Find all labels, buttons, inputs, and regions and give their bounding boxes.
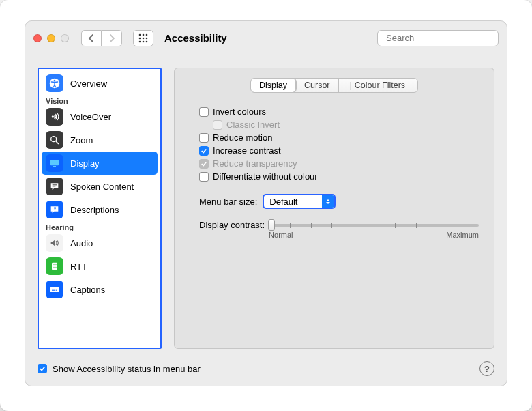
search-input[interactable] (385, 32, 502, 44)
sidebar-item-label: Overview (70, 79, 107, 89)
svg-point-26 (54, 266, 55, 266)
toolbar: Accessibility (25, 21, 507, 55)
captions-icon (46, 281, 63, 298)
svg-point-25 (53, 266, 53, 266)
svg-point-7 (143, 40, 145, 42)
content-panel: Display Cursor |Colour Filters Invert co… (174, 68, 494, 349)
svg-point-24 (55, 264, 56, 265)
sidebar-section-header: Hearing (42, 221, 158, 231)
invert-colours-row[interactable]: Invert colours (199, 105, 479, 118)
sidebar-item-voiceover[interactable]: VoiceOver (42, 105, 158, 128)
differentiate-row[interactable]: Differentiate without colour (199, 170, 479, 183)
svg-point-22 (53, 264, 53, 265)
svg-point-23 (54, 264, 55, 265)
chevron-updown-icon (322, 195, 334, 208)
svg-text:❞: ❞ (54, 207, 56, 211)
reduce-motion-row[interactable]: Reduce motion (199, 131, 479, 144)
svg-point-8 (146, 40, 148, 42)
sidebar-item-overview[interactable]: Overview (42, 72, 158, 95)
svg-point-12 (54, 80, 56, 82)
reduce-transparency-label: Reduce transparency (213, 158, 297, 169)
back-button[interactable] (81, 30, 102, 46)
forward-button[interactable] (102, 30, 122, 46)
window-controls (33, 34, 69, 42)
reduce-transparency-row: Reduce transparency (199, 157, 479, 170)
svg-point-27 (55, 266, 56, 266)
svg-point-13 (52, 115, 54, 117)
sidebar-item-label: VoiceOver (70, 112, 111, 122)
svg-point-4 (143, 37, 145, 39)
classic-invert-checkbox (213, 120, 222, 130)
show-all-button[interactable] (133, 30, 153, 46)
quote-bubble-icon: ❞ (46, 201, 63, 218)
rtt-icon (46, 257, 63, 275)
svg-point-0 (139, 33, 141, 36)
svg-point-1 (143, 33, 145, 36)
svg-rect-32 (52, 290, 55, 291)
speaker-icon (46, 234, 63, 252)
sidebar-section-header: Vision (42, 95, 158, 105)
svg-point-28 (53, 267, 53, 268)
zoom-icon (46, 131, 63, 149)
close-window-button[interactable] (33, 34, 42, 42)
sidebar-item-label: Captions (70, 285, 105, 295)
tab-cursor[interactable]: Cursor (296, 79, 339, 92)
footer: Show Accessibility status in menu bar ? (25, 354, 507, 386)
menu-bar-size-label: Menu bar size: (199, 197, 257, 207)
tab-colour-filters[interactable]: |Colour Filters (339, 79, 414, 92)
invert-colours-label: Invert colours (213, 107, 266, 117)
differentiate-label: Differentiate without colour (213, 171, 318, 182)
sidebar-item-descriptions[interactable]: ❞Descriptions (42, 198, 158, 221)
increase-contrast-checkbox[interactable] (199, 146, 209, 156)
sidebar-item-label: Zoom (70, 135, 93, 145)
preferences-window: Accessibility OverviewVisionVoiceOverZoo… (0, 0, 532, 411)
classic-invert-row: Classic Invert (213, 118, 479, 131)
display-contrast-slider[interactable] (269, 224, 479, 227)
tab-display[interactable]: Display (251, 79, 296, 92)
svg-rect-21 (52, 263, 57, 270)
sidebar: OverviewVisionVoiceOverZoomDisplaySpoken… (38, 68, 162, 349)
svg-point-3 (139, 37, 141, 39)
differentiate-checkbox[interactable] (199, 172, 209, 182)
tab-bar: Display Cursor |Colour Filters (250, 78, 418, 93)
invert-colours-checkbox[interactable] (199, 107, 209, 117)
slider-min-label: Normal (269, 231, 293, 239)
svg-point-29 (54, 267, 55, 268)
sidebar-item-captions[interactable]: Captions (42, 278, 158, 301)
reduce-motion-label: Reduce motion (213, 132, 272, 143)
help-button[interactable]: ? (479, 361, 494, 376)
svg-rect-18 (53, 184, 57, 185)
display-icon (46, 154, 63, 172)
reduce-motion-checkbox[interactable] (199, 133, 209, 143)
increase-contrast-row[interactable]: Increase contrast (199, 144, 479, 157)
sidebar-item-rtt[interactable]: RTT (42, 255, 158, 278)
reduce-transparency-checkbox (199, 159, 209, 169)
menu-bar-size-value: Default (264, 197, 322, 207)
increase-contrast-label: Increase contrast (213, 145, 281, 156)
minimize-window-button[interactable] (47, 34, 55, 42)
sidebar-item-audio[interactable]: Audio (42, 231, 158, 255)
svg-rect-17 (53, 166, 56, 167)
svg-rect-16 (50, 160, 59, 165)
sidebar-item-label: RTT (70, 261, 87, 272)
menu-bar-size-select[interactable]: Default (263, 194, 336, 209)
svg-point-14 (51, 137, 57, 142)
sidebar-item-display[interactable]: Display (42, 152, 158, 175)
svg-point-30 (55, 267, 56, 268)
svg-rect-31 (50, 287, 59, 292)
accessibility-icon (46, 74, 63, 92)
classic-invert-label: Classic Invert (226, 119, 280, 130)
svg-line-15 (56, 141, 59, 144)
show-status-label: Show Accessibility status in menu bar (53, 364, 201, 374)
svg-point-6 (139, 40, 141, 42)
slider-thumb[interactable] (268, 219, 275, 231)
svg-point-5 (146, 37, 148, 39)
show-status-checkbox[interactable] (38, 364, 47, 373)
sidebar-item-spoken-content[interactable]: Spoken Content (42, 175, 158, 198)
sidebar-item-label: Display (70, 158, 100, 169)
search-field[interactable] (377, 30, 499, 46)
sidebar-item-zoom[interactable]: Zoom (42, 128, 158, 152)
zoom-window-button[interactable] (61, 34, 69, 42)
sidebar-item-label: Spoken Content (70, 182, 134, 192)
svg-point-2 (146, 33, 148, 36)
